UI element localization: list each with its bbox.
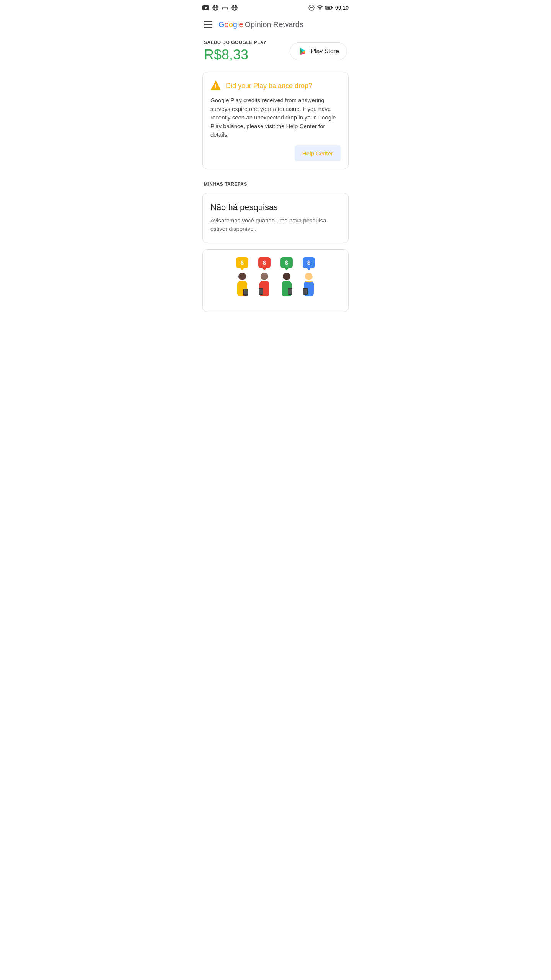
svg-rect-33 [303,289,307,294]
warning-header: ! Did your Play balance drop? [210,80,341,91]
help-center-button[interactable]: Help Center [295,145,341,161]
head-1 [238,273,246,280]
warning-body: Google Play credits received from answer… [210,96,341,139]
crown-icon [222,5,228,10]
play-store-button[interactable]: Play Store [290,42,347,60]
status-bar: 64 09:10 [196,0,355,15]
app-header: Google Opinion Rewards [196,15,355,32]
illustration-card: $ $ $ $ [202,249,349,312]
hamburger-menu[interactable] [202,20,214,29]
no-surveys-card: Não há pesquisas Avisaremos você quando … [202,193,349,243]
link-icon-2 [231,5,238,11]
svg-point-6 [225,8,225,9]
play-store-icon [298,47,307,56]
svg-rect-26 [259,289,263,294]
bubble-4: $ [303,257,315,268]
svg-rect-23 [244,289,248,294]
battery-icon: 64 [325,5,333,10]
link-icon [212,5,218,11]
svg-rect-16 [332,7,333,8]
warning-card: ! Did your Play balance drop? Google Pla… [202,72,349,169]
svg-rect-29 [288,289,292,294]
balance-label: SALDO DO GOOGLE PLAY [204,40,267,45]
status-time: 09:10 [335,5,349,11]
svg-point-7 [223,6,223,7]
play-store-label: Play Store [311,48,339,55]
bubble-2: $ [258,257,271,268]
warning-actions: Help Center [210,145,341,161]
svg-point-8 [227,6,227,7]
app-title: Google Opinion Rewards [218,20,303,29]
wifi-icon [317,5,323,10]
svg-text:!: ! [215,83,217,89]
status-bar-left [202,5,238,11]
person-1: $ [233,257,252,304]
tasks-section-label: MINHAS TAREFAS [196,175,355,190]
warning-title: Did your Play balance drop? [226,82,312,90]
person-4: $ [299,257,318,304]
app-title-suffix: Opinion Rewards [245,20,303,29]
head-3 [283,273,290,280]
svg-point-14 [320,9,320,10]
status-bar-right: 64 09:10 [308,5,349,11]
bubble-1: $ [236,257,248,268]
balance-amount: R$8,33 [204,47,267,63]
body-2 [255,281,274,304]
google-logo: Google [218,20,243,29]
head-4 [305,273,313,280]
no-surveys-body: Avisaremos você quando uma nova pesquisa… [210,216,341,234]
person-3: $ [277,257,296,304]
balance-left: SALDO DO GOOGLE PLAY R$8,33 [204,40,267,63]
no-surveys-title: Não há pesquisas [210,203,341,212]
person-2: $ [255,257,274,304]
balance-section: SALDO DO GOOGLE PLAY R$8,33 [196,32,355,69]
body-4 [299,281,318,304]
svg-text:64: 64 [326,7,329,9]
bubble-3: $ [280,257,293,268]
dnd-icon [308,5,315,11]
body-3 [277,281,296,304]
youtube-icon [202,5,209,10]
head-2 [261,273,268,280]
body-1 [233,281,252,304]
warning-icon: ! [210,80,221,91]
